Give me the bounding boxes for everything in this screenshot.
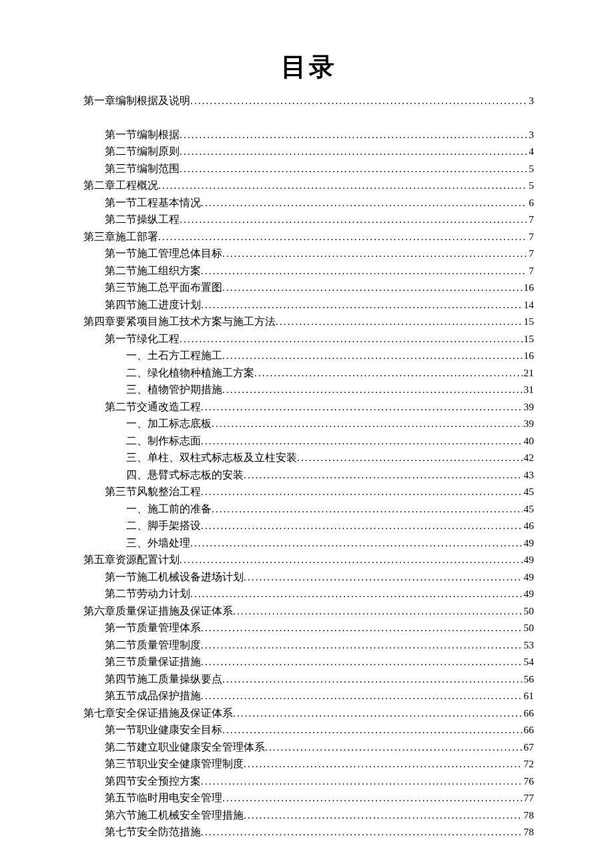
toc-entry: 第三章施工部署7 — [83, 228, 534, 246]
toc-dots — [254, 364, 523, 382]
toc-entry: 第三节质量保证措施54 — [83, 653, 534, 671]
toc-entry-page: 78 — [523, 823, 535, 841]
toc-entry: 第七章安全保证措施及保证体系66 — [83, 705, 534, 722]
toc-spacer — [83, 109, 534, 126]
toc-dots — [190, 534, 523, 552]
toc-entry: 第一节施工管理总体目标7 — [83, 245, 534, 262]
toc-entry: 第一节绿化工程15 — [83, 330, 534, 348]
toc-entry-page: 16 — [523, 279, 535, 296]
toc-entry-label: 四、悬臂式标志板的安装 — [126, 466, 244, 484]
toc-entry: 二、绿化植物种植施工方案21 — [83, 364, 534, 382]
toc-dots — [212, 415, 523, 432]
toc-entry-page: 6 — [527, 194, 534, 211]
toc-entry-page: 7 — [527, 245, 534, 262]
toc-entry-label: 第四节安全预控方案 — [105, 773, 201, 790]
toc-entry: 三、植物管护期措施31 — [83, 381, 534, 398]
toc-entry-label: 第六节施工机械安全管理措施 — [105, 807, 244, 824]
toc-dots — [180, 126, 527, 143]
toc-entry-page: 43 — [523, 466, 535, 484]
toc-entry-label: 二、绿化植物种植施工方案 — [126, 364, 254, 382]
toc-entry-label: 第一节编制根据 — [105, 126, 180, 143]
toc-dots — [180, 160, 527, 177]
toc-dots — [190, 92, 527, 109]
toc-entry-label: 第三节职业安全健康管理制度 — [105, 755, 244, 773]
toc-dots — [233, 705, 523, 722]
table-of-contents: 第一章编制根据及说明3第一节编制根据3第二节编制原则4第三节编制范围5第二章工程… — [83, 92, 534, 841]
toc-entry: 第六节施工机械安全管理措施78 — [83, 807, 534, 824]
toc-dots — [222, 381, 523, 398]
toc-entry-page: 54 — [523, 653, 535, 671]
toc-entry-page: 15 — [523, 313, 535, 330]
toc-entry-label: 第五节临时用电安全管理 — [105, 789, 222, 807]
toc-entry-page: 76 — [523, 773, 535, 790]
toc-entry: 第二节操纵工程7 — [83, 211, 534, 228]
toc-entry: 一、施工前的准备45 — [83, 500, 534, 518]
toc-entry: 一、加工标志底板39 — [83, 415, 534, 432]
toc-entry-label: 第一节绿化工程 — [105, 330, 180, 348]
toc-entry-label: 第二章工程概况 — [83, 177, 158, 194]
toc-entry-label: 第三节施工总平面布置图 — [105, 279, 222, 296]
toc-dots — [201, 398, 523, 416]
toc-entry-label: 第三节风貌整治工程 — [105, 483, 201, 500]
toc-title: 目录 — [83, 50, 534, 84]
toc-dots — [201, 262, 527, 280]
toc-entry: 二、制作标志面40 — [83, 432, 534, 450]
toc-dots — [244, 807, 523, 824]
toc-entry-label: 三、植物管护期措施 — [126, 381, 222, 398]
toc-entry: 第二节施工组织方案7 — [83, 262, 534, 280]
toc-entry-label: 第一节工程基本情况 — [105, 194, 201, 211]
toc-entry-label: 三、单柱、双柱式标志板及立柱安装 — [126, 449, 297, 466]
toc-dots — [297, 449, 523, 466]
toc-entry: 第一章编制根据及说明3 — [83, 92, 534, 109]
toc-entry-label: 第一节职业健康安全目标 — [105, 721, 222, 739]
toc-dots — [276, 313, 523, 330]
toc-entry: 第二节建立职业健康安全管理体系67 — [83, 739, 534, 756]
toc-entry-label: 一、土石方工程施工 — [126, 347, 222, 364]
toc-entry-label: 第二节建立职业健康安全管理体系 — [105, 739, 265, 756]
toc-entry-page: 14 — [523, 296, 535, 314]
toc-entry: 第一节职业健康安全目标66 — [83, 721, 534, 739]
toc-entry-label: 第二节操纵工程 — [105, 211, 180, 228]
toc-dots — [201, 517, 523, 534]
toc-entry-label: 第三章施工部署 — [83, 228, 158, 246]
toc-entry-page: 49 — [523, 568, 535, 586]
toc-entry-label: 第二节劳动力计划 — [105, 585, 190, 602]
toc-entry-page: 45 — [523, 483, 535, 500]
toc-dots — [222, 347, 523, 364]
toc-dots — [201, 773, 523, 790]
toc-entry: 第二节交通改造工程39 — [83, 398, 534, 416]
toc-entry: 第七节安全防范措施78 — [83, 823, 534, 841]
toc-dots — [201, 687, 523, 705]
toc-entry: 第三节风貌整治工程45 — [83, 483, 534, 500]
toc-entry-page: 50 — [523, 619, 535, 636]
toc-entry-page: 78 — [523, 807, 535, 824]
toc-entry-label: 第一节施工管理总体目标 — [105, 245, 222, 262]
toc-entry-label: 第五章资源配置计划 — [83, 551, 180, 568]
toc-entry-page: 49 — [523, 534, 535, 552]
toc-entry-label: 第二节编制原则 — [105, 143, 180, 160]
toc-entry: 第二节编制原则4 — [83, 143, 534, 160]
toc-dots — [233, 602, 523, 620]
toc-entry: 四、悬臂式标志板的安装43 — [83, 466, 534, 484]
toc-entry: 一、土石方工程施工16 — [83, 347, 534, 364]
toc-dots — [212, 500, 523, 518]
toc-dots — [201, 296, 523, 314]
toc-entry-label: 第三节编制范围 — [105, 160, 180, 177]
toc-dots — [201, 194, 527, 211]
toc-entry-page: 49 — [523, 585, 535, 602]
toc-entry: 第三节编制范围5 — [83, 160, 534, 177]
toc-dots — [265, 739, 523, 756]
toc-entry-page: 7 — [527, 228, 534, 246]
toc-entry-label: 第七章安全保证措施及保证体系 — [83, 705, 233, 722]
toc-entry: 第一节工程基本情况6 — [83, 194, 534, 211]
toc-entry-page: 3 — [527, 92, 534, 109]
toc-entry-page: 50 — [523, 602, 535, 620]
toc-dots — [201, 823, 523, 841]
toc-entry-label: 一、加工标志底板 — [126, 415, 212, 432]
toc-entry-label: 第一节质量管理体系 — [105, 619, 201, 636]
toc-dots — [244, 568, 523, 586]
toc-entry: 二、脚手架搭设46 — [83, 517, 534, 534]
toc-dots — [190, 585, 523, 602]
toc-entry-label: 三、外墙处理 — [126, 534, 190, 552]
toc-dots — [222, 245, 527, 262]
